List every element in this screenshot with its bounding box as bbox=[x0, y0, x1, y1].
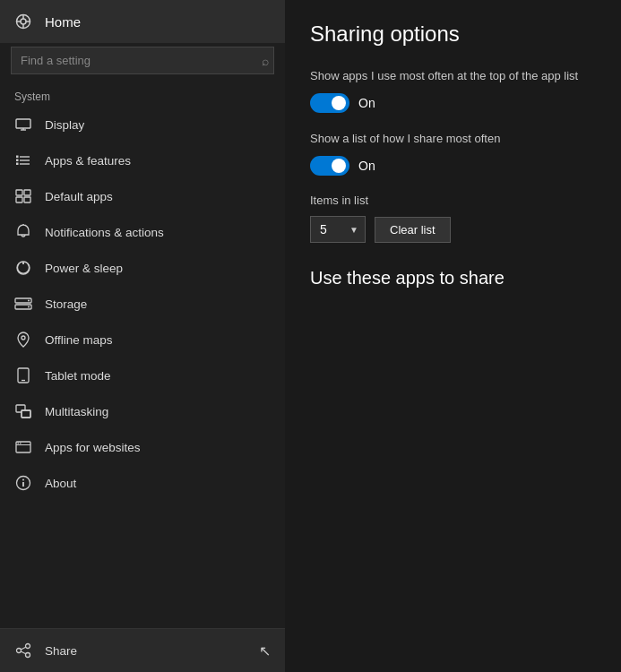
search-box: ⌕ bbox=[11, 47, 274, 74]
cursor-icon: ↖ bbox=[259, 642, 271, 659]
sidebar-item-display[interactable]: Display bbox=[0, 107, 285, 142]
svg-point-40 bbox=[17, 649, 22, 653]
toggle1-switch[interactable] bbox=[310, 93, 349, 113]
sidebar: Home ⌕ System Display bbox=[0, 0, 285, 672]
items-controls: 5 ▼ Clear list bbox=[310, 216, 596, 243]
sidebar-item-storage[interactable]: Storage bbox=[0, 286, 285, 322]
svg-rect-14 bbox=[16, 163, 19, 166]
power-sleep-icon bbox=[14, 259, 32, 277]
multitasking-icon bbox=[14, 402, 32, 420]
svg-point-39 bbox=[26, 644, 30, 649]
sidebar-item-tablet-mode-label: Tablet mode bbox=[45, 369, 111, 383]
svg-point-35 bbox=[20, 443, 22, 444]
svg-point-38 bbox=[22, 479, 24, 481]
sidebar-item-about-label: About bbox=[45, 477, 76, 490]
sidebar-item-apps-features-label: Apps & features bbox=[45, 154, 131, 168]
sidebar-item-apps-features[interactable]: Apps & features bbox=[0, 142, 285, 178]
svg-rect-13 bbox=[16, 159, 19, 162]
sidebar-item-default-apps[interactable]: Default apps bbox=[0, 178, 285, 214]
svg-rect-16 bbox=[24, 190, 30, 195]
nav-items-list: Display Apps & features bbox=[0, 107, 285, 628]
svg-rect-15 bbox=[16, 190, 22, 195]
notifications-icon bbox=[14, 223, 32, 241]
sidebar-item-multitasking[interactable]: Multitasking bbox=[0, 393, 285, 429]
toggle1-state-label: On bbox=[358, 96, 375, 110]
search-input[interactable] bbox=[11, 47, 274, 74]
storage-icon bbox=[14, 295, 32, 313]
home-icon bbox=[14, 13, 32, 30]
sidebar-item-offline-maps[interactable]: Offline maps bbox=[0, 322, 285, 358]
toggle1-row: On bbox=[310, 93, 596, 113]
svg-rect-17 bbox=[16, 197, 22, 202]
tablet-mode-icon bbox=[14, 366, 32, 384]
active-nav-item-label: Share bbox=[45, 644, 77, 658]
svg-point-34 bbox=[17, 443, 19, 444]
offline-maps-icon bbox=[14, 331, 32, 349]
page-title: Sharing options bbox=[310, 22, 596, 47]
svg-point-41 bbox=[26, 653, 30, 658]
svg-rect-6 bbox=[16, 119, 30, 128]
svg-line-43 bbox=[21, 651, 26, 654]
svg-point-26 bbox=[22, 336, 25, 340]
about-icon bbox=[14, 474, 32, 492]
sidebar-item-tablet-mode[interactable]: Tablet mode bbox=[0, 358, 285, 393]
toggle2-group: Show a list of how I share most often On bbox=[310, 131, 596, 176]
items-in-list-section: Items in list 5 ▼ Clear list bbox=[310, 194, 596, 243]
use-these-apps-heading: Use these apps to share bbox=[310, 268, 596, 289]
sidebar-item-default-apps-label: Default apps bbox=[45, 190, 113, 203]
clear-list-button[interactable]: Clear list bbox=[375, 217, 451, 243]
sidebar-item-apps-websites-label: Apps for websites bbox=[45, 441, 141, 454]
sidebar-item-notifications-label: Notifications & actions bbox=[45, 226, 164, 239]
toggle1-group: Show apps I use most often at the top of… bbox=[310, 68, 596, 113]
toggle2-row: On bbox=[310, 156, 596, 176]
share-active-icon bbox=[14, 642, 32, 659]
system-section-label: System bbox=[0, 82, 285, 107]
sidebar-item-power-sleep[interactable]: Power & sleep bbox=[0, 250, 285, 286]
svg-rect-18 bbox=[24, 197, 30, 202]
sidebar-item-storage-label: Storage bbox=[45, 297, 87, 311]
sidebar-item-multitasking-label: Multitasking bbox=[45, 405, 108, 418]
home-nav-item[interactable]: Home bbox=[0, 0, 285, 43]
sidebar-item-power-sleep-label: Power & sleep bbox=[45, 262, 123, 275]
svg-line-42 bbox=[21, 647, 26, 650]
items-dropdown[interactable]: 5 bbox=[310, 216, 366, 243]
active-nav-item-share[interactable]: Share ↖ bbox=[0, 628, 285, 672]
svg-point-24 bbox=[28, 300, 30, 302]
svg-point-25 bbox=[28, 306, 30, 308]
items-dropdown-wrapper: 5 ▼ bbox=[310, 216, 366, 243]
apps-features-icon bbox=[14, 151, 32, 169]
sidebar-item-display-label: Display bbox=[45, 118, 84, 132]
search-button[interactable]: ⌕ bbox=[262, 54, 269, 68]
main-content: Sharing options Show apps I use most oft… bbox=[285, 0, 621, 672]
sidebar-item-about[interactable]: About bbox=[0, 465, 285, 501]
svg-rect-12 bbox=[16, 156, 19, 159]
svg-rect-30 bbox=[22, 410, 30, 418]
toggle2-state-label: On bbox=[358, 159, 375, 173]
toggle1-description: Show apps I use most often at the top of… bbox=[310, 68, 596, 84]
svg-point-1 bbox=[21, 19, 26, 24]
default-apps-icon bbox=[14, 187, 32, 205]
home-label: Home bbox=[45, 14, 81, 30]
sidebar-item-apps-websites[interactable]: Apps for websites bbox=[0, 429, 285, 465]
toggle2-switch[interactable] bbox=[310, 156, 349, 176]
display-icon bbox=[14, 116, 32, 134]
items-in-list-label: Items in list bbox=[310, 194, 596, 207]
sidebar-item-offline-maps-label: Offline maps bbox=[45, 333, 113, 347]
sidebar-item-notifications[interactable]: Notifications & actions bbox=[0, 214, 285, 250]
toggle2-description: Show a list of how I share most often bbox=[310, 131, 596, 147]
apps-websites-icon bbox=[14, 438, 32, 456]
